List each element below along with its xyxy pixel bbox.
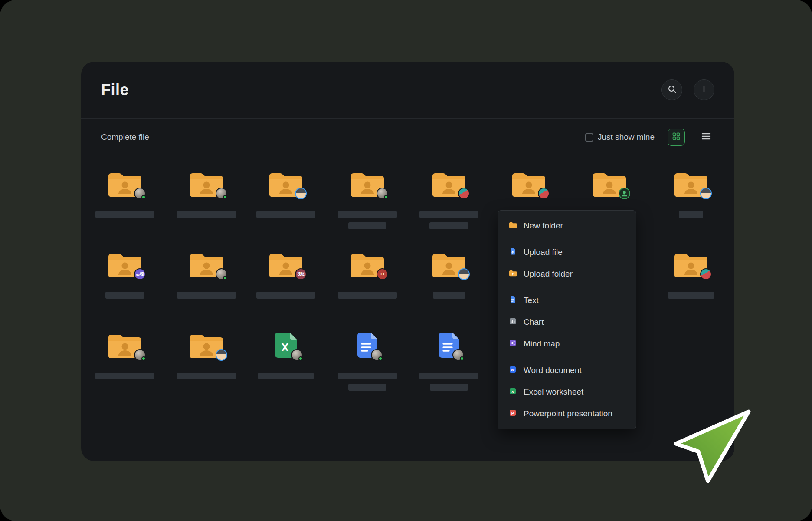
file-name-redacted [177, 211, 236, 218]
file-name-redacted [668, 292, 714, 299]
file-grid: 志程 视短 LI X [81, 62, 734, 461]
folder-icon [431, 250, 467, 279]
file-name-redacted [177, 373, 236, 379]
menu-item-chart[interactable]: Chart [498, 311, 636, 333]
avatar-badge [377, 188, 388, 199]
text-doc-icon [508, 295, 517, 306]
avatar-badge [619, 188, 630, 199]
file-name-redacted [430, 384, 468, 391]
desktop-background: File Complete file J [0, 0, 812, 521]
menu-group: Upload fileUpload folder [498, 239, 636, 287]
file-name-redacted [679, 211, 703, 218]
excel-file-icon: X [272, 331, 300, 359]
avatar-badge [538, 188, 550, 199]
menu-item-label: Excel worksheet [524, 387, 583, 397]
folder-icon [268, 169, 304, 198]
folder-upload-icon [508, 269, 517, 280]
folder-icon [189, 250, 224, 279]
file-name-redacted [177, 292, 236, 299]
file-name-redacted [348, 222, 386, 229]
folder-icon: 志程 [107, 250, 143, 279]
file-name-redacted [338, 292, 397, 299]
folder-cell[interactable] [90, 331, 160, 379]
chart-icon [508, 317, 517, 328]
avatar-badge [216, 268, 227, 280]
powerpoint-icon: P [508, 409, 517, 419]
folder-cell[interactable] [251, 169, 321, 218]
create-menu: New folderUpload fileUpload folderTextCh… [498, 210, 636, 429]
folder-icon [673, 250, 709, 279]
menu-item-text[interactable]: Text [498, 290, 636, 311]
folder-cell[interactable]: 志程 [90, 250, 160, 299]
doc-file-icon [437, 331, 461, 359]
folder-cell[interactable]: LI [333, 250, 402, 299]
folder-icon [431, 169, 467, 198]
avatar-badge [291, 349, 303, 361]
avatar-badge: 视短 [295, 268, 307, 280]
folder-cell[interactable] [656, 169, 726, 218]
folder-cell[interactable] [172, 331, 241, 379]
menu-item-excel-worksheet[interactable]: xExcel worksheet [498, 381, 636, 403]
mind-map-icon [508, 339, 517, 350]
folder-icon [189, 169, 224, 198]
folder-icon [592, 169, 627, 198]
doc-file-icon [355, 331, 380, 359]
avatar-badge [452, 349, 464, 361]
svg-text:x: x [511, 389, 514, 393]
menu-item-label: Text [524, 296, 539, 305]
doc-cell[interactable] [333, 331, 402, 391]
avatar-badge [216, 188, 227, 199]
folder-cell[interactable] [656, 250, 726, 299]
file-name-redacted [433, 292, 465, 299]
folder-icon [107, 331, 143, 359]
file-name-redacted [95, 211, 154, 218]
menu-group: New folder [498, 213, 636, 239]
avatar-badge [295, 188, 307, 199]
avatar-badge [700, 268, 712, 280]
file-name-redacted [348, 384, 386, 391]
file-name-redacted [256, 292, 315, 299]
file-name-redacted [419, 373, 478, 379]
folder-icon [508, 221, 517, 231]
excel-icon: x [508, 387, 517, 398]
menu-item-mind-map[interactable]: Mind map [498, 333, 636, 355]
folder-cell[interactable] [333, 169, 402, 229]
avatar-badge [700, 188, 712, 199]
menu-item-powerpoint-presentation[interactable]: PPowerpoint presentation [498, 403, 636, 425]
word-icon: W [508, 365, 517, 376]
file-app-window: File Complete file J [81, 62, 734, 461]
folder-cell[interactable] [414, 250, 484, 299]
folder-icon [350, 169, 385, 198]
avatar-badge [134, 188, 146, 199]
file-name-redacted [258, 373, 314, 379]
menu-item-upload-folder[interactable]: Upload folder [498, 263, 636, 285]
folder-icon [189, 331, 224, 359]
folder-cell[interactable] [172, 250, 241, 299]
file-name-redacted [256, 211, 315, 218]
folder-cell[interactable] [90, 169, 160, 218]
folder-cell[interactable] [494, 169, 563, 198]
menu-item-word-document[interactable]: WWord document [498, 359, 636, 381]
folder-cell[interactable]: 视短 [251, 250, 321, 299]
menu-item-new-folder[interactable]: New folder [498, 215, 636, 237]
svg-text:X: X [281, 341, 289, 354]
file-name-redacted [338, 211, 397, 218]
menu-item-label: Upload folder [524, 269, 573, 279]
menu-group: TextChartMind map [498, 287, 636, 357]
folder-icon [673, 169, 709, 198]
folder-cell[interactable] [414, 169, 484, 229]
folder-cell[interactable] [575, 169, 644, 198]
svg-text:P: P [511, 410, 514, 415]
doc-cell[interactable] [414, 331, 484, 391]
menu-group: WWord documentxExcel worksheetPPowerpoin… [498, 357, 636, 427]
excel-cell[interactable]: X [251, 331, 321, 379]
folder-cell[interactable] [172, 169, 241, 218]
menu-item-label: New folder [524, 221, 563, 231]
avatar-badge [216, 349, 227, 361]
menu-item-label: Word document [524, 366, 582, 375]
file-name-redacted [429, 222, 468, 229]
menu-item-label: Chart [524, 317, 544, 327]
avatar-badge [458, 268, 470, 280]
menu-item-upload-file[interactable]: Upload file [498, 241, 636, 263]
avatar-badge: LI [377, 268, 388, 280]
